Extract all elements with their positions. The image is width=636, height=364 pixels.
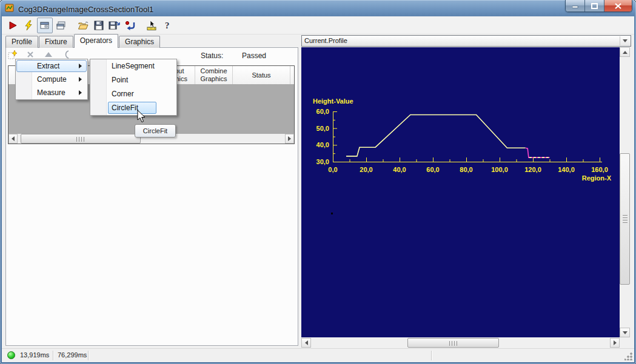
arrow-right-icon (614, 340, 617, 345)
grid-column-combine-graphics[interactable]: Combine Graphics (195, 66, 233, 84)
statusbar-separator (88, 351, 89, 360)
arc-icon (63, 50, 70, 59)
display-selector[interactable]: Current.Profile (301, 35, 631, 47)
display-scroll-left-button[interactable] (301, 338, 311, 348)
tab-fixture[interactable]: Fixture (39, 36, 73, 48)
svg-text:160,0: 160,0 (591, 166, 608, 173)
grip-icon (623, 215, 628, 223)
display-selector-value: Current.Profile (304, 37, 347, 44)
close-icon (615, 3, 621, 9)
minimize-icon (572, 3, 578, 8)
process-time: 13,919ms (20, 351, 49, 359)
maximize-button[interactable] (585, 0, 604, 12)
menu-item-corner[interactable]: Corner (90, 87, 176, 101)
float-result-window-button[interactable] (54, 18, 69, 33)
run-once-icon (23, 20, 34, 31)
delete-operator-button[interactable] (25, 50, 35, 59)
svg-text:80,0: 80,0 (460, 166, 472, 173)
save-as-button[interactable] (107, 18, 122, 33)
grid-scroll-right-button[interactable] (285, 134, 294, 144)
status-value: Passed (242, 51, 266, 60)
show-result-window-icon (39, 20, 50, 31)
svg-text:20,0: 20,0 (360, 166, 372, 173)
total-time: 76,299ms (58, 351, 87, 359)
chevron-down-icon (623, 39, 628, 42)
save-button[interactable] (92, 18, 106, 33)
menu-item-point[interactable]: Point (90, 73, 176, 87)
reset-button[interactable] (123, 18, 138, 33)
grid-hscroll-thumb[interactable] (21, 134, 141, 144)
status-label: Status: (201, 51, 223, 60)
display-hscroll-thumb[interactable] (407, 338, 499, 348)
close-button[interactable] (604, 0, 632, 12)
titlebar: Cog3DRangeImageCrossSectionTool1 (5, 2, 153, 16)
pointer-measure-button[interactable] (145, 18, 159, 33)
help-icon: ? (164, 20, 172, 31)
save-as-icon (109, 20, 121, 31)
menu-item-extract[interactable]: Extract (16, 59, 87, 73)
grid-scroll-left-button[interactable] (8, 134, 18, 144)
display-scroll-down-button[interactable] (620, 328, 630, 337)
tab-profile[interactable]: Profile (5, 36, 38, 48)
mouse-cursor-icon (137, 110, 147, 126)
status-bar: 13,919ms 76,299ms (2, 348, 634, 362)
tab-graphics[interactable]: Graphics (119, 36, 160, 48)
show-result-window-button[interactable] (37, 18, 53, 33)
menu-item-compute[interactable]: Compute (16, 73, 87, 86)
tab-strip: Profile Fixture Operators Graphics (5, 35, 161, 48)
grid-column-filler (290, 66, 294, 84)
move-up-button[interactable] (44, 50, 53, 59)
svg-text:40,0: 40,0 (393, 166, 406, 173)
operator-context-menu: Extract Compute Measure (15, 59, 88, 100)
svg-text:120,0: 120,0 (524, 166, 541, 173)
display-vscroll-thumb[interactable] (620, 153, 630, 285)
menu-item-circlefit[interactable]: CircleFit (90, 101, 176, 115)
move-up-icon (44, 51, 53, 58)
app-window: Cog3DRangeImageCrossSectionTool1 (0, 0, 636, 364)
submenu-arrow-icon (79, 90, 82, 95)
speck-artifact (331, 213, 333, 214)
arrow-right-icon (288, 136, 291, 141)
display-selector-dropdown-button[interactable] (620, 36, 630, 45)
display-scroll-up-button[interactable] (620, 47, 630, 57)
submenu-arrow-icon (79, 64, 82, 68)
grid-column-status[interactable]: Status (233, 66, 290, 84)
display-vscrollbar[interactable] (620, 47, 630, 337)
menu-item-measure[interactable]: Measure (16, 86, 87, 99)
svg-text:?: ? (165, 21, 170, 30)
arrow-down-icon (623, 331, 628, 334)
arrow-left-icon (12, 136, 15, 141)
help-button[interactable]: ? (161, 18, 175, 33)
run-button[interactable] (5, 18, 20, 33)
resize-grip[interactable] (624, 352, 632, 360)
svg-text:60,0: 60,0 (426, 166, 439, 173)
profile-display: 0,020,040,060,080,0100,0120,0140,0160,03… (301, 47, 631, 348)
profile-chart[interactable]: 0,020,040,060,080,0100,0120,0140,0160,03… (301, 47, 620, 337)
svg-text:Region-X: Region-X (582, 174, 612, 182)
add-operator-button[interactable] (7, 50, 17, 59)
statusbar-separator (53, 351, 53, 360)
status-led-icon (7, 351, 15, 359)
pointer-measure-icon (146, 20, 159, 31)
svg-text:Height-Value: Height-Value (313, 98, 353, 105)
minimize-button[interactable] (566, 0, 585, 12)
window-title: Cog3DRangeImageCrossSectionTool1 (18, 5, 153, 14)
svg-text:40,0: 40,0 (316, 141, 329, 148)
statusbar-separator (431, 351, 432, 360)
caption-buttons (565, 0, 632, 12)
grip-icon (76, 137, 85, 142)
svg-text:60,0: 60,0 (316, 108, 329, 115)
maximize-icon (591, 3, 598, 9)
open-icon (78, 20, 89, 31)
open-button[interactable] (76, 18, 90, 33)
extract-submenu: LineSegment Point Corner CircleFit (90, 59, 177, 116)
run-once-button[interactable] (21, 18, 36, 33)
save-icon (93, 20, 104, 31)
run-icon (7, 20, 18, 31)
display-scroll-right-button[interactable] (610, 338, 620, 348)
client-area: ? Profile Fixture Operators Graphics (2, 16, 634, 362)
menu-item-linesegment[interactable]: LineSegment (90, 59, 176, 73)
tab-operators[interactable]: Operators (74, 34, 118, 48)
display-hscrollbar[interactable] (301, 338, 620, 348)
arc-button[interactable] (62, 50, 72, 59)
